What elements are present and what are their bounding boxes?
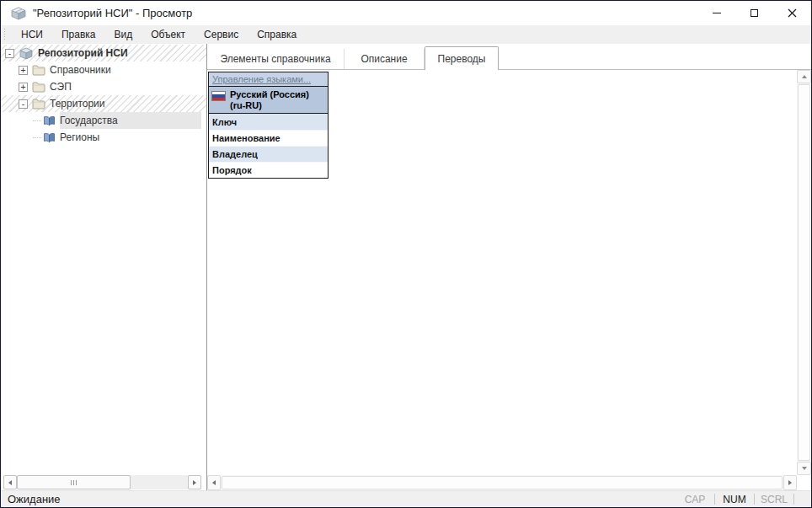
scrollbar-thumb[interactable] (798, 84, 810, 461)
tree-label: Репозиторий НСИ (38, 47, 128, 59)
arrow-left-icon (212, 480, 216, 485)
window-title: "Репозиторий НСИ" - Просмотр (33, 7, 192, 19)
field-label: Порядок (212, 165, 252, 175)
table-row-key[interactable]: Ключ (209, 114, 328, 130)
tree-row-repository[interactable]: Репозиторий НСИ (1, 45, 206, 61)
arrow-up-icon (802, 75, 807, 78)
app-window: "Репозиторий НСИ" - Просмотр НСИ Правка … (0, 0, 812, 508)
maximize-icon (751, 9, 758, 17)
minimize-button[interactable] (697, 1, 735, 25)
menu-object[interactable]: Объект (142, 25, 195, 44)
arrow-right-icon (193, 480, 196, 485)
table-row-owner[interactable]: Владелец (209, 146, 328, 162)
keyboard-indicators: CAP NUM SCRL (677, 494, 803, 505)
repository-tree: Репозиторий НСИ Справочники (1, 44, 206, 146)
book-icon (43, 115, 56, 126)
translations-content: Управление языками... Русский (Россия) (… (207, 70, 811, 475)
arrow-right-icon (788, 480, 792, 485)
divider (793, 494, 794, 505)
menu-nsi[interactable]: НСИ (12, 25, 52, 44)
menu-edit[interactable]: Правка (52, 25, 105, 44)
maximize-button[interactable] (735, 1, 773, 25)
title-bar: "Репозиторий НСИ" - Просмотр (1, 1, 811, 25)
caps-lock-indicator: CAP (677, 494, 713, 505)
content-vertical-scrollbar (797, 70, 811, 475)
scroll-down-button[interactable] (797, 462, 811, 475)
repository-package-icon (19, 47, 34, 60)
scroll-left-button[interactable] (3, 475, 17, 489)
grip-icon (71, 480, 77, 485)
folder-icon (32, 65, 45, 76)
tab-translations[interactable]: Переводы (425, 46, 499, 70)
package-icon (10, 7, 27, 20)
divider (714, 494, 715, 505)
content-horizontal-scrollbar (207, 475, 797, 490)
tree-row-gosudarstva[interactable]: Государства (1, 112, 206, 129)
scrollbar-thumb[interactable] (222, 476, 783, 489)
tree-label: Справочники (50, 64, 111, 76)
tab-bar: Элементы справочника Описание Переводы (207, 44, 811, 70)
status-bar: Ожидание CAP NUM SCRL (1, 490, 811, 507)
details-panel: Элементы справочника Описание Переводы У… (207, 44, 811, 490)
tree-connector (33, 137, 41, 138)
scroll-left-button[interactable] (207, 475, 221, 490)
status-text: Ожидание (8, 493, 61, 505)
scroll-lock-indicator: SCRL (756, 494, 792, 505)
scroll-up-button[interactable] (797, 70, 811, 83)
selected-tree-node: Государства (60, 112, 201, 129)
folder-icon (32, 82, 45, 93)
toolbar-grip-icon[interactable] (3, 29, 6, 40)
num-lock-indicator: NUM (717, 494, 752, 505)
manage-languages-link[interactable]: Управление языками... (212, 74, 311, 84)
tree-horizontal-scrollbar (3, 475, 201, 489)
tree-connector (33, 120, 41, 121)
tab-dictionary-elements[interactable]: Элементы справочника (207, 49, 345, 69)
menu-bar: НСИ Правка Вид Объект Сервис Справка (1, 25, 811, 44)
tree-label: Государства (60, 115, 118, 126)
minimize-icon (713, 13, 721, 13)
table-row-order[interactable]: Порядок (209, 162, 328, 178)
arrow-left-icon (8, 480, 12, 485)
scrollbar-thumb[interactable] (17, 475, 131, 489)
expand-expander-icon[interactable] (19, 83, 28, 92)
menu-view[interactable]: Вид (105, 25, 142, 44)
arrow-down-icon (802, 467, 807, 470)
main-area: Репозиторий НСИ Справочники (1, 44, 811, 490)
table-row-name[interactable]: Наименование (209, 130, 328, 146)
field-label: Ключ (212, 117, 237, 127)
close-button[interactable] (773, 1, 811, 25)
language-column-header[interactable]: Русский (Россия) (ru-RU) (209, 87, 328, 114)
folder-icon (32, 99, 45, 110)
tab-description[interactable]: Описание (345, 49, 425, 69)
tree-row-territorii[interactable]: Территории (1, 95, 206, 112)
divider (754, 494, 755, 505)
collapse-expander-icon[interactable] (5, 49, 14, 58)
tree-label: СЭП (50, 81, 72, 93)
close-icon (788, 8, 797, 18)
scroll-right-button[interactable] (783, 475, 797, 490)
scrollbar-track[interactable] (131, 475, 188, 489)
tree-row-spravochniki[interactable]: Справочники (1, 61, 206, 78)
repository-tree-panel: Репозиторий НСИ Справочники (1, 44, 207, 490)
scroll-right-button[interactable] (188, 475, 201, 489)
field-label: Наименование (212, 133, 280, 143)
field-label: Владелец (212, 149, 258, 159)
book-icon (43, 132, 56, 143)
language-name: Русский (Россия) (ru-RU) (230, 89, 326, 111)
window-controls (697, 1, 811, 25)
tree-row-regiony[interactable]: Регионы (1, 129, 206, 146)
russia-flag-icon (211, 91, 226, 101)
menu-service[interactable]: Сервис (195, 25, 248, 44)
expand-expander-icon[interactable] (19, 66, 28, 75)
collapse-expander-icon[interactable] (19, 99, 28, 109)
menu-help[interactable]: Справка (248, 25, 306, 44)
tree-row-sep[interactable]: СЭП (1, 78, 206, 95)
tree-label: Регионы (60, 131, 99, 143)
translations-table: Управление языками... Русский (Россия) (… (208, 72, 329, 179)
tree-label: Территории (50, 98, 105, 110)
table-header-link-row: Управление языками... (209, 72, 328, 87)
